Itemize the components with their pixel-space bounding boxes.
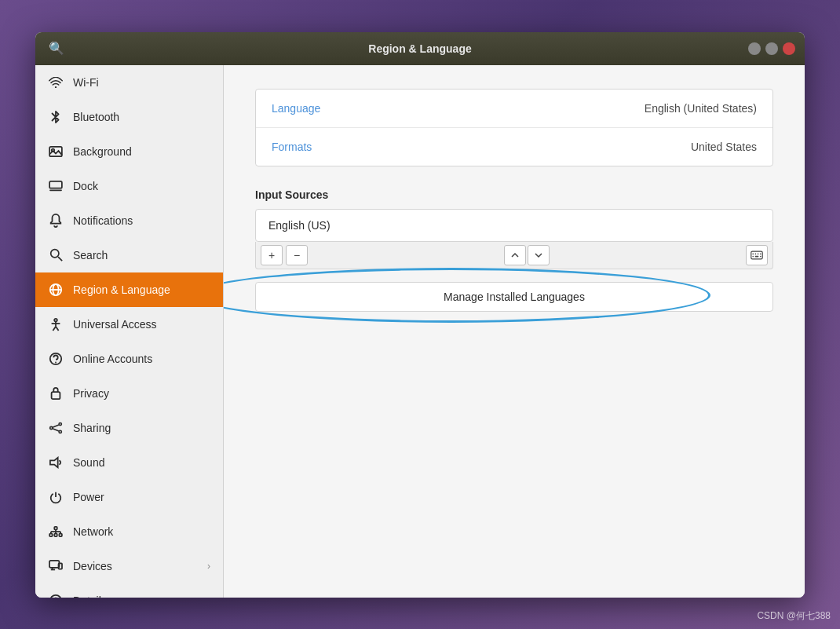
main-content: Wi-Fi Bluetooth — [35, 65, 805, 598]
titlebar-title: Region & Language — [368, 42, 471, 55]
svg-point-18 — [59, 422, 61, 425]
language-label: Language — [272, 102, 645, 115]
manage-languages-button[interactable]: Manage Installed Languages — [255, 282, 773, 312]
input-sources-section: Input Sources English (US) + − — [255, 188, 773, 269]
move-buttons — [504, 245, 550, 265]
svg-point-16 — [55, 361, 57, 363]
formats-row[interactable]: Formats United States — [256, 128, 772, 166]
svg-rect-33 — [49, 560, 59, 567]
sidebar-item-universal-access-label: Universal Access — [73, 318, 210, 331]
svg-line-22 — [53, 428, 59, 430]
sidebar-item-devices[interactable]: Devices › — [35, 549, 223, 583]
svg-rect-4 — [49, 189, 62, 191]
details-icon — [48, 593, 64, 598]
svg-point-10 — [54, 318, 57, 321]
sidebar-item-dock[interactable]: Dock — [35, 169, 223, 203]
titlebar-search-icon[interactable]: 🔍 — [45, 37, 68, 60]
privacy-icon — [48, 386, 64, 401]
sidebar-item-background-label: Background — [73, 145, 210, 158]
sidebar-item-search[interactable]: Search — [35, 238, 223, 272]
sharing-icon — [48, 420, 64, 436]
sidebar-item-bluetooth[interactable]: Bluetooth — [35, 100, 223, 134]
svg-line-6 — [58, 257, 62, 261]
bluetooth-icon — [48, 109, 64, 125]
background-icon — [48, 144, 64, 159]
sidebar-item-sharing-label: Sharing — [73, 422, 210, 434]
sidebar-item-sound-label: Sound — [73, 456, 210, 469]
sidebar-item-details[interactable]: Details › — [35, 583, 223, 598]
wifi-icon — [48, 75, 64, 90]
language-row[interactable]: Language English (United States) — [256, 90, 772, 128]
remove-input-source-button[interactable]: − — [286, 245, 308, 265]
formats-value: United States — [691, 141, 757, 153]
svg-rect-34 — [59, 563, 62, 569]
svg-line-14 — [56, 326, 59, 330]
network-icon — [48, 524, 64, 539]
sidebar-item-devices-label: Devices — [73, 560, 198, 572]
notifications-icon — [48, 213, 64, 229]
sidebar-item-universal-access[interactable]: Universal Access — [35, 307, 223, 342]
chevron-right-icon-details: › — [207, 595, 210, 598]
svg-rect-24 — [54, 526, 57, 529]
sidebar-item-details-label: Details — [73, 594, 198, 598]
keyboard-settings-button[interactable] — [746, 245, 768, 265]
close-button[interactable] — [783, 42, 795, 55]
sidebar-item-power[interactable]: Power — [35, 480, 223, 514]
svg-point-20 — [59, 430, 61, 433]
sidebar-item-wifi-label: Wi-Fi — [73, 76, 210, 89]
svg-point-39 — [55, 597, 57, 598]
region-icon — [48, 282, 64, 298]
dock-icon — [48, 178, 64, 194]
sidebar-item-sharing[interactable]: Sharing — [35, 411, 223, 445]
language-value: English (United States) — [645, 102, 757, 115]
sidebar-item-sound[interactable]: Sound — [35, 445, 223, 480]
svg-point-5 — [50, 250, 58, 258]
watermark: CSDN @何七388 — [757, 609, 831, 623]
sidebar-item-region[interactable]: Region & Language — [35, 272, 223, 307]
minimize-button[interactable] — [748, 42, 761, 55]
sidebar-item-background[interactable]: Background — [35, 134, 223, 169]
titlebar: 🔍 Region & Language — [35, 32, 805, 65]
sidebar-item-network-label: Network — [73, 525, 210, 538]
sidebar-item-dock-label: Dock — [73, 180, 210, 192]
move-up-button[interactable] — [504, 245, 526, 265]
sidebar-item-wifi[interactable]: Wi-Fi — [35, 65, 223, 100]
svg-rect-26 — [54, 533, 57, 536]
svg-rect-25 — [49, 533, 53, 536]
maximize-button[interactable] — [765, 42, 778, 55]
add-input-source-button[interactable]: + — [261, 245, 283, 265]
settings-panel: Language English (United States) Formats… — [224, 65, 805, 598]
svg-rect-27 — [59, 533, 62, 536]
sidebar: Wi-Fi Bluetooth — [35, 65, 224, 598]
svg-rect-40 — [751, 251, 762, 259]
sidebar-item-online-accounts[interactable]: Online Accounts — [35, 342, 223, 376]
input-source-item[interactable]: English (US) — [256, 210, 772, 241]
settings-window: 🔍 Region & Language Wi-Fi — [35, 32, 805, 598]
svg-marker-23 — [50, 457, 58, 466]
move-down-button[interactable] — [528, 245, 550, 265]
sound-icon — [48, 455, 64, 470]
sidebar-item-notifications[interactable]: Notifications — [35, 203, 223, 238]
sidebar-item-region-label: Region & Language — [73, 283, 210, 296]
sidebar-item-notifications-label: Notifications — [73, 214, 210, 227]
power-icon — [48, 489, 64, 505]
svg-point-0 — [55, 86, 57, 87]
input-sources-toolbar: + − — [255, 242, 773, 269]
formats-label: Formats — [272, 141, 691, 153]
sidebar-item-power-label: Power — [73, 491, 210, 503]
online-accounts-icon — [48, 351, 64, 367]
devices-icon — [48, 558, 64, 574]
input-sources-title: Input Sources — [255, 188, 773, 201]
sidebar-item-online-accounts-label: Online Accounts — [73, 353, 210, 365]
sidebar-item-privacy[interactable]: Privacy — [35, 376, 223, 411]
sidebar-item-network[interactable]: Network — [35, 514, 223, 549]
input-sources-list: English (US) — [255, 209, 773, 242]
search-icon — [48, 247, 64, 263]
manage-languages-wrapper: Manage Installed Languages — [255, 282, 773, 312]
sidebar-item-search-label: Search — [73, 249, 210, 261]
language-formats-card: Language English (United States) Formats… — [255, 89, 773, 166]
svg-point-19 — [50, 426, 53, 429]
universal-access-icon — [48, 316, 64, 332]
window-controls — [748, 42, 795, 55]
svg-line-21 — [53, 424, 59, 426]
